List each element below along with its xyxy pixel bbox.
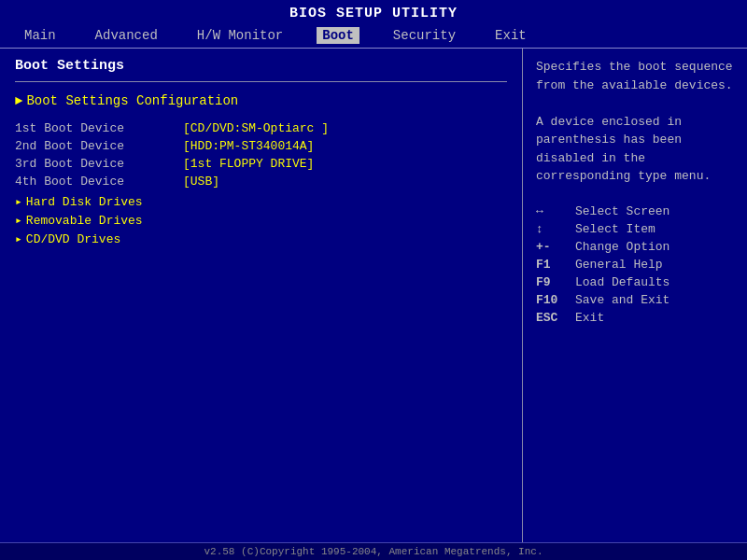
key-row: +-Change Option [536, 240, 734, 254]
key-desc: Save and Exit [575, 293, 669, 307]
submenu-item[interactable]: ▸Removable Drives [15, 213, 507, 228]
help-text-line: Specifies the boot sequence from the ava… [536, 60, 733, 92]
key-name: ↕ [536, 222, 575, 236]
arrow-right-icon: ▸ [15, 231, 22, 246]
boot-device-value: [1st FLOPPY DRIVE] [183, 157, 314, 171]
boot-device-value: [CD/DVD:SM-Optiarc ] [183, 121, 329, 135]
right-panel: Specifies the boot sequence from the ava… [523, 49, 747, 542]
menu-item-exit[interactable]: Exit [489, 27, 532, 44]
key-name: +- [536, 240, 575, 254]
key-name: F9 [536, 275, 575, 289]
menu-item-main[interactable]: Main [19, 27, 62, 44]
key-name: F1 [536, 258, 575, 272]
arrow-right-icon: ▸ [15, 213, 22, 228]
boot-device-label: 3rd Boot Device [15, 157, 183, 171]
key-desc: Exit [575, 311, 604, 325]
boot-device-value: [HDD:PM-ST340014A] [183, 139, 314, 153]
boot-device-list: 1st Boot Device[CD/DVD:SM-Optiarc ]2nd B… [15, 121, 507, 189]
menu-bar[interactable]: MainAdvancedH/W MonitorBootSecurityExit [0, 25, 747, 49]
menu-item-advanced[interactable]: Advanced [90, 27, 163, 44]
app-title: BIOS SETUP UTILITY [289, 6, 458, 21]
key-desc: Change Option [575, 240, 669, 254]
footer-text: v2.58 (C)Copyright 1995-2004, American M… [204, 546, 543, 557]
key-name: ESC [536, 311, 575, 325]
title-bar: BIOS SETUP UTILITY [0, 0, 747, 25]
main-content: Boot Settings ► Boot Settings Configurat… [0, 49, 747, 542]
key-desc: General Help [575, 258, 663, 272]
submenu-item[interactable]: ▸CD/DVD Drives [15, 231, 507, 246]
boot-device-label: 4th Boot Device [15, 175, 183, 189]
menu-item-boot[interactable]: Boot [317, 27, 359, 44]
key-name: F10 [536, 293, 575, 307]
boot-device-row[interactable]: 4th Boot Device[USB] [15, 175, 507, 189]
key-row: ↕Select Item [536, 222, 734, 236]
help-text: Specifies the boot sequence from the ava… [536, 58, 734, 186]
help-text-line: A device enclosed in parenthesis has bee… [536, 115, 711, 184]
submenu-item[interactable]: ▸Hard Disk Drives [15, 194, 507, 209]
boot-device-row[interactable]: 1st Boot Device[CD/DVD:SM-Optiarc ] [15, 121, 507, 135]
key-bindings: ↔Select Screen↕Select Item+-Change Optio… [536, 204, 734, 325]
key-row: ↔Select Screen [536, 204, 734, 218]
menu-item-h-w-monitor[interactable]: H/W Monitor [191, 27, 289, 44]
key-name: ↔ [536, 204, 575, 218]
key-desc: Select Item [575, 222, 655, 236]
key-desc: Select Screen [575, 204, 669, 218]
boot-device-label: 1st Boot Device [15, 121, 183, 135]
panel-title: Boot Settings [15, 58, 507, 74]
boot-device-row[interactable]: 2nd Boot Device[HDD:PM-ST340014A] [15, 139, 507, 153]
config-label: Boot Settings Configuration [26, 93, 238, 108]
key-row: ESCExit [536, 311, 734, 325]
submenu-label: CD/DVD Drives [26, 232, 120, 246]
submenu-label: Hard Disk Drives [26, 195, 143, 209]
boot-device-row[interactable]: 3rd Boot Device[1st FLOPPY DRIVE] [15, 157, 507, 171]
bios-setup-utility: BIOS SETUP UTILITY MainAdvancedH/W Monit… [0, 0, 747, 560]
submenu-label: Removable Drives [26, 214, 143, 228]
key-row: F9Load Defaults [536, 275, 734, 289]
boot-settings-config[interactable]: ► Boot Settings Configuration [15, 93, 507, 108]
key-row: F10Save and Exit [536, 293, 734, 307]
boot-device-label: 2nd Boot Device [15, 139, 183, 153]
arrow-right-icon: ▸ [15, 194, 22, 209]
panel-divider [15, 81, 507, 82]
key-desc: Load Defaults [575, 275, 669, 289]
left-panel: Boot Settings ► Boot Settings Configurat… [0, 49, 523, 542]
menu-item-security[interactable]: Security [388, 27, 461, 44]
footer: v2.58 (C)Copyright 1995-2004, American M… [0, 542, 747, 560]
key-row: F1General Help [536, 258, 734, 272]
boot-device-value: [USB] [183, 175, 219, 189]
arrow-right-icon: ► [15, 93, 22, 108]
submenu-list: ▸Hard Disk Drives▸Removable Drives▸CD/DV… [15, 194, 507, 246]
